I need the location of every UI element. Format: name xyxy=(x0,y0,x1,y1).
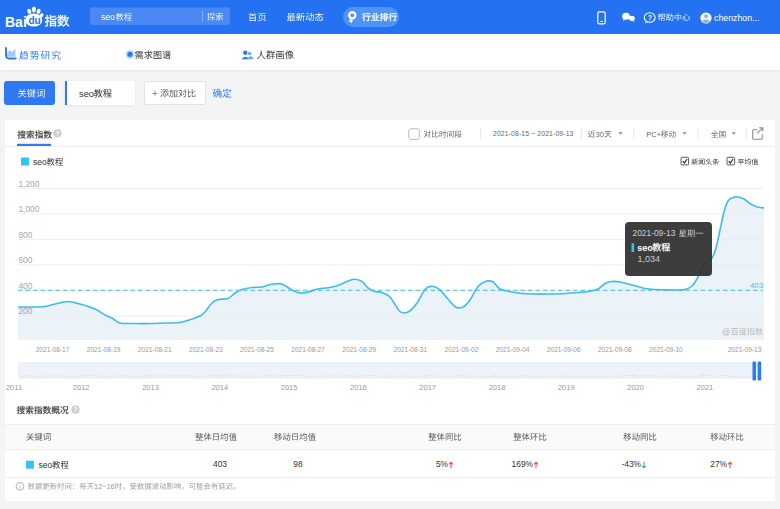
svg-text:2014: 2014 xyxy=(211,383,228,392)
svg-text:2015: 2015 xyxy=(281,383,298,392)
svg-text:2021-08-27: 2021-08-27 xyxy=(291,346,325,353)
svg-text:800: 800 xyxy=(19,230,33,240)
svg-text:30: 30 xyxy=(596,130,604,139)
svg-text:1,034: 1,034 xyxy=(638,254,661,264)
svg-text:2016: 2016 xyxy=(350,383,367,392)
svg-text:2013: 2013 xyxy=(142,383,159,392)
svg-text:-43%: -43% xyxy=(621,459,641,469)
svg-text:27%: 27% xyxy=(710,459,727,469)
svg-text:2021-08-23: 2021-08-23 xyxy=(189,346,223,353)
svg-text:5%: 5% xyxy=(436,459,449,469)
svg-text:seo: seo xyxy=(101,12,115,22)
svg-text:seo: seo xyxy=(637,243,653,253)
svg-text:?: ? xyxy=(56,130,60,137)
svg-text:i: i xyxy=(19,483,20,490)
svg-text:PC+: PC+ xyxy=(646,130,662,139)
svg-text:2021: 2021 xyxy=(697,383,714,392)
svg-text:2020: 2020 xyxy=(627,383,644,392)
svg-text:?: ? xyxy=(648,14,652,21)
svg-text:du: du xyxy=(29,15,41,26)
svg-text:2019: 2019 xyxy=(558,383,575,392)
svg-text:600: 600 xyxy=(19,255,33,265)
svg-text:2021-08-29: 2021-08-29 xyxy=(342,346,376,353)
svg-text:seo: seo xyxy=(39,460,53,470)
svg-text:2017: 2017 xyxy=(419,383,436,392)
svg-text:2021-08-25: 2021-08-25 xyxy=(240,346,274,353)
svg-text:169%: 169% xyxy=(512,459,534,469)
svg-text:2021-09-02: 2021-09-02 xyxy=(445,346,479,353)
svg-text:2021-08-15 ~ 2021-09-13: 2021-08-15 ~ 2021-09-13 xyxy=(493,130,574,137)
svg-text:2021-09-06: 2021-09-06 xyxy=(547,346,581,353)
svg-text:+: + xyxy=(152,88,158,99)
svg-text:2021-08-17: 2021-08-17 xyxy=(36,346,70,353)
svg-text:Bai: Bai xyxy=(5,14,27,30)
svg-text:2021-09-08: 2021-09-08 xyxy=(598,346,632,353)
svg-text:2012: 2012 xyxy=(73,383,90,392)
svg-text:403: 403 xyxy=(750,281,763,290)
svg-text:2021-08-31: 2021-08-31 xyxy=(393,346,427,353)
svg-text:2021-09-13: 2021-09-13 xyxy=(728,346,762,353)
svg-text:seo: seo xyxy=(33,157,47,167)
svg-text:@: @ xyxy=(722,328,730,337)
svg-text:chenzhon...: chenzhon... xyxy=(714,13,759,23)
svg-text:2021-09-04: 2021-09-04 xyxy=(496,346,530,353)
svg-text:1,200: 1,200 xyxy=(19,179,40,189)
svg-text:2021-09-13: 2021-09-13 xyxy=(633,228,676,238)
svg-text:?: ? xyxy=(74,406,78,413)
svg-text:12~16: 12~16 xyxy=(94,482,115,491)
svg-text:2018: 2018 xyxy=(489,383,506,392)
svg-text:400: 400 xyxy=(19,281,33,291)
svg-text:2021-08-19: 2021-08-19 xyxy=(87,346,121,353)
svg-text:98: 98 xyxy=(293,459,303,469)
svg-text:2011: 2011 xyxy=(6,383,22,392)
svg-text:403: 403 xyxy=(213,459,227,469)
svg-text:2021-08-21: 2021-08-21 xyxy=(138,346,172,353)
svg-text:1,000: 1,000 xyxy=(19,204,40,214)
svg-text:seo: seo xyxy=(79,89,94,99)
svg-text:2021-09-10: 2021-09-10 xyxy=(649,346,683,353)
